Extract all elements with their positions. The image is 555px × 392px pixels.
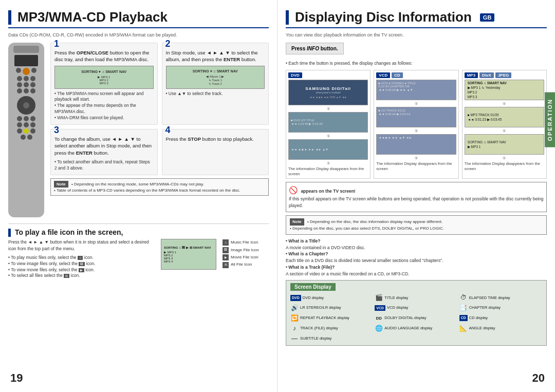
remote-btn-row-7 [17,128,35,134]
remote-btn-mode [24,128,29,134]
step-3-number: 3 [54,125,59,135]
remote-btn-row-8 [21,135,32,140]
steps-grid: 1 Press the OPEN/CLOSE button to open th… [50,43,269,175]
remote-btn-3 [17,76,22,81]
remote-btn-20 [21,135,26,140]
sd-subtitle-icon: — [290,334,299,343]
remote-screen [14,55,38,66]
remote-btn-row-3 [17,82,35,87]
no-entry-icon: 🚫 [289,186,298,194]
dvd-screen-3: ◄◄ ◄ ■ ► ►► ◄► ▲▼ [288,139,368,160]
mp3-screen-3: SORTING ♫ SMART NAV ▶ MP3 1 [465,134,544,155]
remote-btn-5 [30,76,35,81]
right-title: Displaying Disc Information GB [286,9,547,25]
movie-icon-box: ▶ [223,254,229,260]
sd-cd-display: CD CD display [459,314,542,323]
remote-btn-row-2 [17,76,35,81]
step-2-number: 2 [165,39,171,48]
main-content-left: 1 Press the OPEN/CLOSE button to open th… [8,43,269,217]
step-3-block: 3 To change the album, use ◄ ► ▲ ▼ to se… [50,129,158,175]
remote-btn-13 [24,116,29,121]
sd-repeat-icon: 🔁 [290,314,299,323]
remote-btn-row-4 [17,88,35,94]
note-label-right: Note [290,218,304,226]
step-2-bullets: Use ▲▼ to select the track. [166,91,265,97]
remote-btn-11 [30,88,35,94]
file-title-bar [8,229,11,237]
what-is-chapter: • What is a Chapter?Each title on a DVD … [286,251,547,264]
left-title: MP3/WMA-CD Playback [8,9,269,25]
sd-vcd-display: VCD VCD display [375,304,457,312]
vcd-screen-3: ◄◄ ■ ► ►► ▲▼ ◄► [376,134,456,155]
left-subtitle: Data CDs (CD-ROM, CD-R, CD-RW) encoded i… [8,32,269,38]
file-bullets: To play music files only, select the ♫ i… [8,255,156,279]
step-1-text: Press the OPEN/CLOSE button to open the … [54,49,154,63]
sd-dolby-icon: DD [375,315,383,321]
vcd-screen: ■ VCD ● STEREO ● TITLE 0:12:34 CHAPTER 2… [376,80,456,100]
remote-btn-17 [30,122,35,127]
remote-btn-power [23,68,30,75]
file-icon-image: 🖼 Image File Icon [223,247,269,254]
right-subtitle: You can view disc playback information o… [286,32,547,38]
sd-chapter-display: 📑 CHAPTER display [459,304,542,312]
operation-tab: OPERATION [545,92,555,147]
sd-track-icon: ♪ [290,324,299,333]
mp3-number-3: ① [465,156,544,160]
file-text-column: Press the ◄ ► ▲ ▼ Press the ◄ ► ▲ ▼ butt… [8,239,156,279]
step-3-bullets: To select another album and track, repea… [54,159,154,172]
left-page: MP3/WMA-CD Playback Data CDs (CD-ROM, CD… [0,0,278,392]
mp3-section: MP3 DivX JPEG SORTING ♫ SMART NAV ▶ MP3 … [462,70,547,179]
dvd-caption: The information Display disappears from … [288,166,368,177]
step-4-number: 4 [165,125,171,135]
mp3-number-1: ① [465,102,544,106]
sd-dvd-display: DVD DVD display [290,293,373,302]
sd-dolby-display: DD DOLBY DIGITAL display [375,314,457,323]
step-4-block: 4 Press the STOP button to stop playback… [162,129,269,175]
image-icon-box: 🖼 [223,247,229,253]
sd-cd-badge: CD [459,315,468,321]
sd-dvd-badge: DVD [290,295,301,301]
remote-btn-14 [30,116,35,121]
sd-vcd-badge: VCD [375,305,385,311]
remote-btn-18 [17,128,22,134]
remote-btn-10 [24,88,29,94]
mp3-list: SORTING ♫ SMART NAV ▶ MP3 1 ↳ Yesterday … [465,80,544,100]
page-number-right: 20 [532,371,545,385]
sd-elapsed-icon: ⏱ [459,293,468,302]
step-3-text: To change the album, use ◄ ► ▲ ▼ to sele… [54,136,154,156]
file-screen-image: SORTING ♫ 🖼 ▶ ⊞ SMART NAV ▶ MP3 1 MP3 2 … [161,239,216,270]
screen-display-grid: DVD DVD display 🎬 TITLE display ⏱ ELAPSE… [290,293,542,343]
step-4-text: Press the STOP button to stop playback. [166,136,265,142]
sd-lr-display: 🔊 LR STEREO/LR display [290,304,373,312]
right-title-bar [286,10,289,25]
sd-elapsed-display: ⏱ ELAPSED TIME display [459,293,542,302]
sd-track-display: ♪ TRACK (FILE) display [290,324,373,333]
vcd-number-3: ① [376,156,456,160]
vcd-number-1: ① [376,102,456,106]
step-2-block: 2 In Stop mode, use ◄ ► ▲ ▼ to select th… [162,43,269,125]
dvd-number: ① [288,107,368,111]
step-1-number: 1 [54,39,59,48]
file-icon-movie: ▶ Movie File Icon [223,254,269,261]
sd-title-display: 🎬 TITLE display [375,293,457,302]
music-icon-box: ♫ [223,239,229,246]
dvd-screen: SAMSUNG DIGITall everyone's invited ◄◄ ◄… [288,80,368,105]
remote-dpad-center [23,102,29,108]
mp3-list-3: SORTING ♫ SMART NAV ▶ MP3 1 [465,135,544,154]
right-page: Displaying Disc Information GB You can v… [278,0,555,392]
sd-audio-icon: 🌐 [375,324,383,333]
remote-btn-21 [27,135,32,140]
dvd-number-2: ① [288,134,368,138]
mp3-badge: MP3 [465,72,478,78]
remote-btn-row-1 [16,68,36,75]
remote-btn-4 [24,76,29,81]
remote-btn-19 [30,128,35,134]
info-button-box: Press INFO button. [286,43,344,54]
symbol-box: 🚫 appears on the TV screen! If this symb… [286,182,547,212]
file-section-title: To play a file icon in the screen, [8,228,269,237]
remote-btn-12 [17,116,22,121]
all-icon-box: ⊞ [223,262,229,268]
sd-angle-display: 📐 ANGLE display [459,324,542,333]
mp3-badges: MP3 DivX JPEG [465,72,544,78]
mp3-list-2: ■ MP3 TRACK 01/35 ◄◄ 0:01:23 ▶ 0:03:45 [465,107,544,127]
